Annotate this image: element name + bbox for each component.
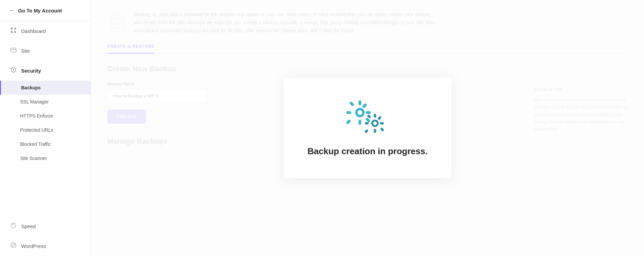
modal-overlay: Backup creation in progress.	[91, 0, 644, 256]
svg-rect-3	[14, 31, 16, 33]
sidebar-item-site[interactable]: Site	[0, 41, 91, 61]
svg-point-23	[373, 121, 377, 125]
svg-rect-31	[377, 116, 382, 120]
svg-rect-26	[365, 122, 369, 124]
svg-rect-14	[359, 100, 361, 105]
svg-rect-4	[11, 48, 16, 52]
back-arrow-icon: ←	[9, 7, 15, 13]
sidebar-item-speed[interactable]: Speed	[0, 216, 91, 236]
svg-rect-21	[362, 103, 367, 109]
subnav-item-site-scanner[interactable]: Site Scanner	[0, 151, 91, 165]
svg-rect-18	[349, 101, 355, 106]
svg-rect-16	[346, 111, 351, 114]
subnav-item-https-enforce[interactable]: HTTPS Enforce	[0, 109, 91, 123]
go-to-account-link[interactable]: ← Go To My Account	[0, 0, 91, 21]
dashboard-label: Dashboard	[21, 28, 46, 34]
modal-box: Backup creation in progress.	[284, 78, 451, 178]
site-icon	[10, 47, 16, 55]
speed-label: Speed	[21, 223, 36, 229]
svg-point-13	[358, 110, 362, 115]
svg-rect-0	[11, 28, 13, 30]
sidebar-item-dashboard[interactable]: Dashboard	[0, 21, 91, 41]
sidebar: ← Go To My Account Dashboard Site	[0, 0, 91, 256]
sidebar-item-security[interactable]: Security	[0, 61, 91, 81]
svg-rect-15	[359, 120, 361, 125]
subnav-item-protected-urls[interactable]: Protected URLs	[0, 123, 91, 137]
svg-rect-24	[374, 114, 376, 118]
sidebar-item-wordpress[interactable]: WordPress	[0, 236, 91, 256]
svg-rect-28	[367, 114, 371, 119]
dashboard-icon	[10, 27, 16, 35]
svg-rect-2	[11, 31, 13, 33]
speed-icon	[10, 222, 16, 230]
wordpress-label: WordPress	[21, 243, 46, 249]
wordpress-icon	[10, 242, 16, 250]
security-subnav: Backups SSL Manager HTTPS Enforce Protec…	[0, 81, 91, 165]
security-label: Security	[21, 68, 41, 74]
svg-rect-30	[364, 129, 369, 133]
subnav-item-backups[interactable]: Backups	[0, 81, 91, 95]
svg-rect-1	[14, 28, 16, 30]
svg-rect-20	[346, 119, 351, 125]
modal-message: Backup creation in progress.	[308, 146, 428, 157]
svg-rect-25	[374, 129, 376, 133]
site-label: Site	[21, 48, 30, 54]
svg-rect-29	[380, 127, 384, 132]
svg-rect-27	[380, 122, 384, 124]
go-to-account-label: Go To My Account	[18, 8, 62, 13]
subnav-item-ssl-manager[interactable]: SSL Manager	[0, 95, 91, 109]
security-icon	[10, 67, 16, 75]
gears-icon	[346, 100, 389, 137]
subnav-item-blocked-traffic[interactable]: Blocked Traffic	[0, 137, 91, 151]
